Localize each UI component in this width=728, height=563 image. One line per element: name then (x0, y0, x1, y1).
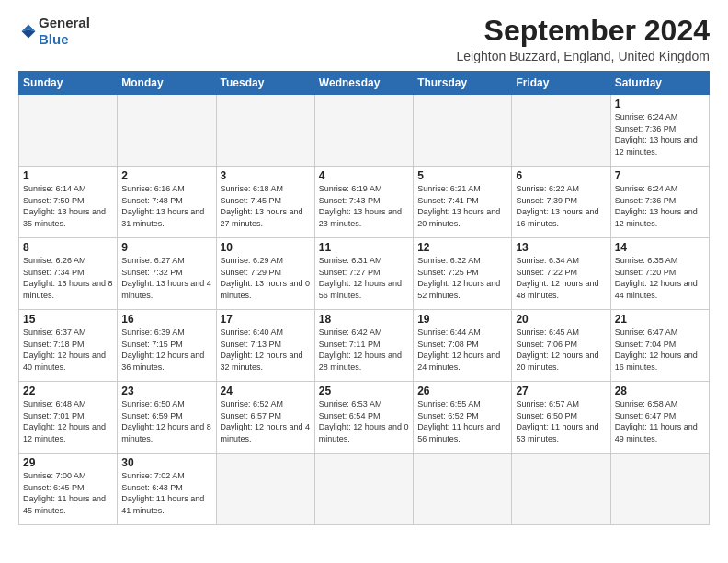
day-number: 11 (319, 241, 409, 254)
day-info: Sunrise: 7:00 AMSunset: 6:45 PMDaylight:… (23, 470, 113, 516)
day-info: Sunrise: 6:14 AMSunset: 7:50 PMDaylight:… (23, 183, 113, 229)
day-header-sunday: Sunday (19, 72, 118, 95)
day-info: Sunrise: 6:58 AMSunset: 6:47 PMDaylight:… (615, 398, 705, 444)
calendar-cell: 30Sunrise: 7:02 AMSunset: 6:43 PMDayligh… (118, 454, 216, 525)
calendar-cell: 18Sunrise: 6:42 AMSunset: 7:11 PMDayligh… (314, 310, 413, 382)
calendar-cell (314, 454, 413, 525)
day-number: 19 (417, 313, 507, 326)
day-info: Sunrise: 6:47 AMSunset: 7:04 PMDaylight:… (615, 327, 705, 373)
day-number: 10 (221, 241, 311, 254)
day-number: 20 (516, 313, 606, 326)
calendar-cell: 29Sunrise: 7:00 AMSunset: 6:45 PMDayligh… (19, 454, 118, 525)
day-info: Sunrise: 6:26 AMSunset: 7:34 PMDaylight:… (23, 255, 113, 301)
calendar-cell: 20Sunrise: 6:45 AMSunset: 7:06 PMDayligh… (512, 310, 610, 382)
calendar-cell (216, 454, 314, 525)
calendar-cell: 6Sunrise: 6:22 AMSunset: 7:39 PMDaylight… (512, 167, 610, 238)
month-title: September 2024 (456, 15, 710, 47)
day-number: 12 (417, 241, 507, 254)
calendar-cell: 4Sunrise: 6:19 AMSunset: 7:43 PMDaylight… (314, 167, 413, 238)
day-number: 26 (417, 385, 507, 397)
day-info: Sunrise: 6:27 AMSunset: 7:32 PMDaylight:… (121, 255, 211, 301)
calendar-cell (512, 95, 610, 167)
day-info: Sunrise: 6:16 AMSunset: 7:48 PMDaylight:… (121, 183, 211, 229)
title-block: September 2024 Leighton Buzzard, England… (456, 15, 710, 63)
calendar-cell: 2Sunrise: 6:16 AMSunset: 7:48 PMDaylight… (118, 167, 216, 238)
calendar-cell (118, 95, 216, 167)
day-number: 1 (23, 169, 113, 182)
day-number: 23 (121, 385, 211, 397)
day-number: 18 (319, 313, 409, 326)
day-info: Sunrise: 6:55 AMSunset: 6:52 PMDaylight:… (417, 398, 507, 444)
day-info: Sunrise: 6:29 AMSunset: 7:29 PMDaylight:… (221, 255, 311, 301)
calendar-cell: 11Sunrise: 6:31 AMSunset: 7:27 PMDayligh… (314, 238, 413, 310)
day-info: Sunrise: 6:37 AMSunset: 7:18 PMDaylight:… (23, 327, 113, 373)
header: General Blue September 2024 Leighton Buz… (18, 15, 710, 63)
day-header-saturday: Saturday (610, 72, 709, 95)
calendar-cell: 15Sunrise: 6:37 AMSunset: 7:18 PMDayligh… (19, 310, 118, 382)
calendar-cell: 10Sunrise: 6:29 AMSunset: 7:29 PMDayligh… (216, 238, 314, 310)
day-number: 28 (615, 385, 705, 397)
calendar-cell: 8Sunrise: 6:26 AMSunset: 7:34 PMDaylight… (19, 238, 118, 310)
day-header-tuesday: Tuesday (216, 72, 314, 95)
day-number: 4 (319, 169, 409, 182)
page: General Blue September 2024 Leighton Buz… (0, 0, 728, 563)
day-info: Sunrise: 6:39 AMSunset: 7:15 PMDaylight:… (121, 327, 211, 373)
day-number: 24 (221, 385, 311, 397)
calendar-table: SundayMondayTuesdayWednesdayThursdayFrid… (18, 71, 710, 525)
calendar-cell: 9Sunrise: 6:27 AMSunset: 7:32 PMDaylight… (118, 238, 216, 310)
day-info: Sunrise: 6:32 AMSunset: 7:25 PMDaylight:… (417, 255, 507, 301)
calendar-cell: 28Sunrise: 6:58 AMSunset: 6:47 PMDayligh… (610, 382, 709, 454)
logo-blue: Blue (39, 31, 69, 47)
calendar-cell: 12Sunrise: 6:32 AMSunset: 7:25 PMDayligh… (414, 238, 512, 310)
day-info: Sunrise: 6:44 AMSunset: 7:08 PMDaylight:… (417, 327, 507, 373)
calendar-cell (414, 95, 512, 167)
day-header-monday: Monday (118, 72, 216, 95)
day-info: Sunrise: 6:53 AMSunset: 6:54 PMDaylight:… (319, 398, 409, 444)
day-info: Sunrise: 6:24 AMSunset: 7:36 PMDaylight:… (615, 183, 705, 229)
calendar-cell: 23Sunrise: 6:50 AMSunset: 6:59 PMDayligh… (118, 382, 216, 454)
calendar-cell: 26Sunrise: 6:55 AMSunset: 6:52 PMDayligh… (414, 382, 512, 454)
day-number: 5 (417, 169, 507, 182)
day-number: 21 (615, 313, 705, 326)
calendar-cell (610, 454, 709, 525)
calendar-cell: 16Sunrise: 6:39 AMSunset: 7:15 PMDayligh… (118, 310, 216, 382)
calendar-cell: 17Sunrise: 6:40 AMSunset: 7:13 PMDayligh… (216, 310, 314, 382)
day-header-thursday: Thursday (414, 72, 512, 95)
calendar-cell: 14Sunrise: 6:35 AMSunset: 7:20 PMDayligh… (610, 238, 709, 310)
day-info: Sunrise: 6:45 AMSunset: 7:06 PMDaylight:… (516, 327, 606, 373)
day-info: Sunrise: 6:34 AMSunset: 7:22 PMDaylight:… (516, 255, 606, 301)
calendar-cell: 7Sunrise: 6:24 AMSunset: 7:36 PMDaylight… (610, 167, 709, 238)
calendar-cell: 5Sunrise: 6:21 AMSunset: 7:41 PMDaylight… (414, 167, 512, 238)
day-info: Sunrise: 6:21 AMSunset: 7:41 PMDaylight:… (417, 183, 507, 229)
location-subtitle: Leighton Buzzard, England, United Kingdo… (456, 49, 710, 63)
calendar-cell (512, 454, 610, 525)
day-info: Sunrise: 6:40 AMSunset: 7:13 PMDaylight:… (221, 327, 311, 373)
calendar-cell: 21Sunrise: 6:47 AMSunset: 7:04 PMDayligh… (610, 310, 709, 382)
day-number: 25 (319, 385, 409, 397)
day-header-friday: Friday (512, 72, 610, 95)
day-number: 15 (23, 313, 113, 326)
day-number: 30 (121, 456, 211, 469)
day-number: 1 (615, 98, 705, 110)
svg-marker-1 (22, 30, 36, 39)
day-number: 27 (516, 385, 606, 397)
calendar-cell: 1Sunrise: 6:14 AMSunset: 7:50 PMDaylight… (19, 167, 118, 238)
day-info: Sunrise: 6:24 AMSunset: 7:36 PMDaylight:… (615, 111, 705, 157)
logo: General Blue (18, 15, 90, 48)
day-number: 3 (221, 169, 311, 182)
day-info: Sunrise: 6:57 AMSunset: 6:50 PMDaylight:… (516, 398, 606, 444)
day-number: 8 (23, 241, 113, 254)
day-number: 6 (516, 169, 606, 182)
calendar-cell: 13Sunrise: 6:34 AMSunset: 7:22 PMDayligh… (512, 238, 610, 310)
calendar-cell: 19Sunrise: 6:44 AMSunset: 7:08 PMDayligh… (414, 310, 512, 382)
day-info: Sunrise: 7:02 AMSunset: 6:43 PMDaylight:… (121, 470, 211, 516)
day-info: Sunrise: 6:48 AMSunset: 7:01 PMDaylight:… (23, 398, 113, 444)
day-number: 2 (121, 169, 211, 182)
calendar-cell: 24Sunrise: 6:52 AMSunset: 6:57 PMDayligh… (216, 382, 314, 454)
calendar-cell (314, 95, 413, 167)
calendar-cell: 1Sunrise: 6:24 AMSunset: 7:36 PMDaylight… (610, 95, 709, 167)
day-info: Sunrise: 6:22 AMSunset: 7:39 PMDaylight:… (516, 183, 606, 229)
day-info: Sunrise: 6:18 AMSunset: 7:45 PMDaylight:… (221, 183, 311, 229)
day-header-wednesday: Wednesday (314, 72, 413, 95)
day-number: 17 (221, 313, 311, 326)
